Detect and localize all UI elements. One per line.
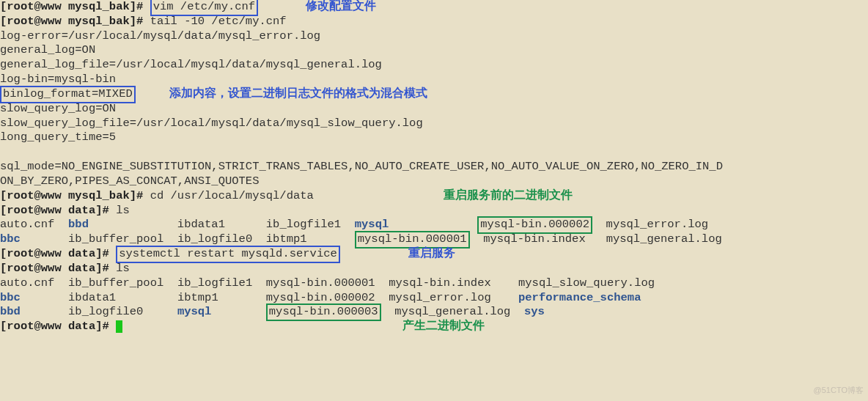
dir: sys: [524, 305, 545, 318]
cnf-line: slow_query_log=ON: [0, 102, 868, 117]
dir: performance_schema: [518, 291, 641, 304]
file: ib_buffer_pool: [68, 276, 163, 290]
bin-000003-box[interactable]: mysql-bin.000003: [266, 303, 381, 321]
dir: bbd: [0, 305, 21, 318]
annot-add-mixed: 添加内容，设置二进制日志文件的格式为混合模式: [169, 87, 427, 100]
annot-edit-conf: 修改配置文件: [306, 0, 376, 13]
file: ibtmp1: [266, 232, 307, 246]
file: ib_buffer_pool: [68, 232, 163, 246]
annot-gen-bin: 产生二进制文件: [402, 320, 485, 333]
annot-restart: 重启服务: [408, 247, 455, 260]
file: mysql-bin.000002: [266, 291, 375, 304]
file: mysql_error.log: [389, 291, 491, 304]
dir: mysql: [177, 305, 212, 318]
tail-cmd: tail -10 /etc/my.cnf: [150, 15, 287, 28]
dir: bbc: [0, 291, 21, 304]
binlog-format-box[interactable]: binlog_format=MIXED: [0, 86, 136, 103]
prompt: [root@www data]#: [0, 204, 116, 217]
terminal-line: [root@www data]# ls: [0, 204, 868, 218]
annot-before-bin: 重启服务前的二进制文件: [444, 189, 573, 202]
file: auto.cnf: [0, 276, 54, 290]
ls-row: bbc ibdata1 ibtmp1 mysql-bin.000002 mysq…: [0, 291, 868, 306]
vim-cmd-box[interactable]: vim /etc/my.cnf: [150, 0, 259, 16]
ls-row: auto.cnf ib_buffer_pool ib_logfile1 mysq…: [0, 276, 868, 291]
cursor[interactable]: [116, 320, 122, 333]
file: ib_logfile1: [177, 276, 252, 290]
prompt: [root@www data]#: [0, 320, 116, 333]
terminal-line: [root@www data]# systemctl restart mysql…: [0, 247, 868, 262]
cnf-line: general_log_file=/usr/local/mysql/data/m…: [0, 58, 868, 73]
prompt: [root@www mysql_bak]#: [0, 189, 150, 202]
file: mysql_general.log: [394, 305, 510, 318]
cnf-line: ON_BY_ZERO,PIPES_AS_CONCAT,ANSI_QUOTES: [0, 174, 868, 189]
dir: mysql: [355, 218, 389, 231]
prompt: [root@www mysql_bak]#: [0, 15, 150, 28]
bin-000002-box[interactable]: mysql-bin.000002: [477, 216, 592, 234]
cd-cmd: cd /usr/local/mysql/data: [150, 189, 314, 202]
ls-cmd: ls: [116, 262, 130, 275]
terminal-line: [root@www mysql_bak]# cd /usr/local/mysq…: [0, 189, 868, 204]
bin-000001-box[interactable]: mysql-bin.000001: [355, 231, 470, 249]
cnf-line: slow_query_log_file=/usr/local/mysql/dat…: [0, 117, 868, 131]
dir: bbc: [0, 232, 21, 246]
prompt: [root@www data]#: [0, 247, 116, 260]
dir: bbd: [68, 218, 89, 231]
file: ibdata1: [177, 218, 225, 231]
file: ib_logfile0: [177, 232, 252, 246]
file: mysql-bin.index: [483, 232, 586, 246]
file: auto.cnf: [0, 218, 54, 231]
terminal-line: [root@www data]# 产生二进制文件: [0, 320, 868, 334]
cnf-line: log-error=/usr/local/mysql/data/mysql_er…: [0, 29, 868, 44]
terminal-line: [0, 145, 868, 160]
restart-cmd-box[interactable]: systemctl restart mysqld.service: [116, 246, 340, 263]
file: ib_logfile0: [68, 305, 143, 318]
cnf-line: sql_mode=NO_ENGINE_SUBSTITUTION,STRICT_T…: [0, 160, 868, 174]
terminal-line: [root@www data]# ls: [0, 262, 868, 276]
file: mysql_error.log: [606, 218, 709, 231]
cnf-line: long_query_time=5: [0, 130, 868, 145]
file: ib_logfile1: [266, 218, 341, 231]
file: ibtmp1: [177, 291, 218, 304]
ls-cmd: ls: [116, 204, 130, 217]
file: mysql-bin.000001: [266, 276, 375, 290]
terminal-line: binlog_format=MIXED 添加内容，设置二进制日志文件的格式为混合…: [0, 87, 868, 102]
prompt: [root@www mysql_bak]#: [0, 0, 150, 13]
file: mysql_general.log: [606, 232, 722, 246]
file: mysql_slow_query.log: [518, 276, 655, 290]
cnf-line: general_log=ON: [0, 43, 868, 58]
file: ibdata1: [68, 291, 116, 304]
file: mysql-bin.index: [389, 276, 491, 290]
terminal-line: [root@www mysql_bak]# tail -10 /etc/my.c…: [0, 15, 868, 29]
prompt: [root@www data]#: [0, 262, 116, 275]
ls-row: bbd ib_logfile0 mysql mysql-bin.000003 m…: [0, 305, 868, 320]
terminal-line: [root@www mysql_bak]# vim /etc/my.cnf 修改…: [0, 0, 868, 15]
